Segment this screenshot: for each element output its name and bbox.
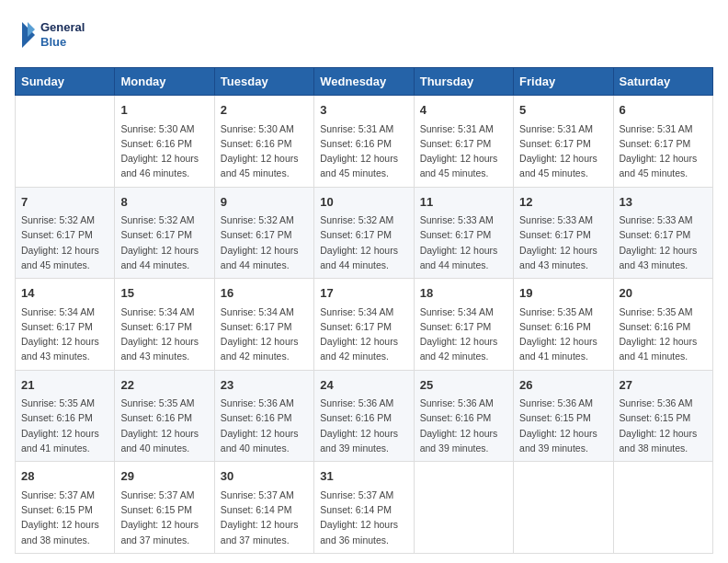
day-info: Sunrise: 5:35 AMSunset: 6:16 PMDaylight:… xyxy=(620,304,707,364)
day-number: 27 xyxy=(620,376,707,395)
calendar-cell: 13Sunrise: 5:33 AMSunset: 6:17 PMDayligh… xyxy=(613,187,712,279)
calendar-cell: 5Sunrise: 5:31 AMSunset: 6:17 PMDaylight… xyxy=(514,96,613,188)
calendar-cell: 22Sunrise: 5:35 AMSunset: 6:16 PMDayligh… xyxy=(115,370,214,462)
day-info: Sunrise: 5:33 AMSunset: 6:17 PMDaylight:… xyxy=(420,213,507,272)
day-info: Sunrise: 5:34 AMSunset: 6:17 PMDaylight:… xyxy=(320,304,407,364)
day-number: 18 xyxy=(420,284,507,303)
calendar-cell: 12Sunrise: 5:33 AMSunset: 6:17 PMDayligh… xyxy=(514,187,613,279)
day-number: 24 xyxy=(320,376,407,395)
calendar-cell: 23Sunrise: 5:36 AMSunset: 6:16 PMDayligh… xyxy=(214,370,313,462)
day-number: 13 xyxy=(620,193,707,212)
calendar-cell: 3Sunrise: 5:31 AMSunset: 6:16 PMDaylight… xyxy=(314,96,414,188)
calendar-cell: 30Sunrise: 5:37 AMSunset: 6:14 PMDayligh… xyxy=(214,462,313,554)
weekday-header-tuesday: Tuesday xyxy=(214,68,313,96)
day-number: 5 xyxy=(519,101,607,120)
weekday-header-monday: Monday xyxy=(115,68,214,96)
day-number: 25 xyxy=(420,376,507,395)
day-info: Sunrise: 5:30 AMSunset: 6:16 PMDaylight:… xyxy=(221,121,308,181)
logo-svg: General Blue xyxy=(15,15,97,56)
day-number: 9 xyxy=(221,193,308,212)
day-info: Sunrise: 5:36 AMSunset: 6:16 PMDaylight:… xyxy=(420,396,507,455)
day-number: 1 xyxy=(120,101,208,120)
calendar-cell: 27Sunrise: 5:36 AMSunset: 6:15 PMDayligh… xyxy=(613,370,712,462)
calendar-week-row: 28Sunrise: 5:37 AMSunset: 6:15 PMDayligh… xyxy=(16,462,713,554)
day-number: 17 xyxy=(320,284,407,303)
calendar-cell: 17Sunrise: 5:34 AMSunset: 6:17 PMDayligh… xyxy=(314,279,414,371)
day-number: 31 xyxy=(320,467,407,486)
weekday-header-thursday: Thursday xyxy=(414,68,513,96)
calendar-cell: 21Sunrise: 5:35 AMSunset: 6:16 PMDayligh… xyxy=(16,370,115,462)
calendar-cell: 14Sunrise: 5:34 AMSunset: 6:17 PMDayligh… xyxy=(16,279,115,371)
day-info: Sunrise: 5:34 AMSunset: 6:17 PMDaylight:… xyxy=(21,304,108,364)
calendar-table: SundayMondayTuesdayWednesdayThursdayFrid… xyxy=(15,67,713,554)
day-info: Sunrise: 5:37 AMSunset: 6:14 PMDaylight:… xyxy=(320,488,407,547)
day-info: Sunrise: 5:35 AMSunset: 6:16 PMDaylight:… xyxy=(519,304,607,364)
calendar-cell: 6Sunrise: 5:31 AMSunset: 6:17 PMDaylight… xyxy=(613,96,712,188)
calendar-cell: 28Sunrise: 5:37 AMSunset: 6:15 PMDayligh… xyxy=(16,462,115,554)
day-number: 21 xyxy=(21,376,108,395)
calendar-cell: 24Sunrise: 5:36 AMSunset: 6:16 PMDayligh… xyxy=(314,370,414,462)
calendar-cell: 7Sunrise: 5:32 AMSunset: 6:17 PMDaylight… xyxy=(16,187,115,279)
day-info: Sunrise: 5:31 AMSunset: 6:16 PMDaylight:… xyxy=(320,121,407,181)
day-number: 30 xyxy=(221,467,308,486)
calendar-cell: 2Sunrise: 5:30 AMSunset: 6:16 PMDaylight… xyxy=(214,96,313,188)
day-info: Sunrise: 5:36 AMSunset: 6:16 PMDaylight:… xyxy=(221,396,308,455)
day-number: 4 xyxy=(420,101,507,120)
day-info: Sunrise: 5:35 AMSunset: 6:16 PMDaylight:… xyxy=(21,396,108,455)
day-info: Sunrise: 5:33 AMSunset: 6:17 PMDaylight:… xyxy=(519,213,607,272)
calendar-cell: 11Sunrise: 5:33 AMSunset: 6:17 PMDayligh… xyxy=(414,187,513,279)
day-number: 6 xyxy=(620,101,707,120)
calendar-week-row: 21Sunrise: 5:35 AMSunset: 6:16 PMDayligh… xyxy=(16,370,713,462)
calendar-cell: 20Sunrise: 5:35 AMSunset: 6:16 PMDayligh… xyxy=(613,279,712,371)
day-info: Sunrise: 5:33 AMSunset: 6:17 PMDaylight:… xyxy=(620,213,707,272)
svg-text:General: General xyxy=(40,20,85,34)
day-number: 10 xyxy=(320,193,407,212)
calendar-cell: 10Sunrise: 5:32 AMSunset: 6:17 PMDayligh… xyxy=(314,187,414,279)
calendar-week-row: 7Sunrise: 5:32 AMSunset: 6:17 PMDaylight… xyxy=(16,187,713,279)
calendar-cell xyxy=(16,96,115,188)
page-header: General Blue xyxy=(15,15,713,56)
day-number: 22 xyxy=(120,376,208,395)
calendar-week-row: 14Sunrise: 5:34 AMSunset: 6:17 PMDayligh… xyxy=(16,279,713,371)
day-info: Sunrise: 5:34 AMSunset: 6:17 PMDaylight:… xyxy=(120,304,208,364)
day-number: 23 xyxy=(221,376,308,395)
calendar-cell: 9Sunrise: 5:32 AMSunset: 6:17 PMDaylight… xyxy=(214,187,313,279)
day-number: 20 xyxy=(620,284,707,303)
logo: General Blue xyxy=(15,15,97,56)
day-info: Sunrise: 5:34 AMSunset: 6:17 PMDaylight:… xyxy=(221,304,308,364)
day-number: 28 xyxy=(21,467,108,486)
day-info: Sunrise: 5:30 AMSunset: 6:16 PMDaylight:… xyxy=(120,121,208,181)
weekday-header-row: SundayMondayTuesdayWednesdayThursdayFrid… xyxy=(16,68,713,96)
day-info: Sunrise: 5:35 AMSunset: 6:16 PMDaylight:… xyxy=(120,396,208,455)
weekday-header-wednesday: Wednesday xyxy=(314,68,414,96)
day-number: 16 xyxy=(221,284,308,303)
day-info: Sunrise: 5:37 AMSunset: 6:15 PMDaylight:… xyxy=(21,488,108,547)
day-info: Sunrise: 5:31 AMSunset: 6:17 PMDaylight:… xyxy=(519,121,607,181)
day-info: Sunrise: 5:34 AMSunset: 6:17 PMDaylight:… xyxy=(420,304,507,364)
day-number: 14 xyxy=(21,284,108,303)
day-number: 15 xyxy=(120,284,208,303)
calendar-cell: 25Sunrise: 5:36 AMSunset: 6:16 PMDayligh… xyxy=(414,370,513,462)
calendar-cell: 26Sunrise: 5:36 AMSunset: 6:15 PMDayligh… xyxy=(514,370,613,462)
day-info: Sunrise: 5:37 AMSunset: 6:14 PMDaylight:… xyxy=(221,488,308,547)
calendar-cell: 8Sunrise: 5:32 AMSunset: 6:17 PMDaylight… xyxy=(115,187,214,279)
day-number: 19 xyxy=(519,284,607,303)
calendar-cell: 19Sunrise: 5:35 AMSunset: 6:16 PMDayligh… xyxy=(514,279,613,371)
calendar-week-row: 1Sunrise: 5:30 AMSunset: 6:16 PMDaylight… xyxy=(16,96,713,188)
day-info: Sunrise: 5:31 AMSunset: 6:17 PMDaylight:… xyxy=(620,121,707,181)
calendar-cell: 29Sunrise: 5:37 AMSunset: 6:15 PMDayligh… xyxy=(115,462,214,554)
day-info: Sunrise: 5:36 AMSunset: 6:15 PMDaylight:… xyxy=(519,396,607,455)
weekday-header-friday: Friday xyxy=(514,68,613,96)
day-info: Sunrise: 5:32 AMSunset: 6:17 PMDaylight:… xyxy=(320,213,407,272)
calendar-cell: 18Sunrise: 5:34 AMSunset: 6:17 PMDayligh… xyxy=(414,279,513,371)
day-info: Sunrise: 5:36 AMSunset: 6:16 PMDaylight:… xyxy=(320,396,407,455)
calendar-cell: 16Sunrise: 5:34 AMSunset: 6:17 PMDayligh… xyxy=(214,279,313,371)
day-info: Sunrise: 5:36 AMSunset: 6:15 PMDaylight:… xyxy=(620,396,707,455)
day-info: Sunrise: 5:32 AMSunset: 6:17 PMDaylight:… xyxy=(221,213,308,272)
day-number: 29 xyxy=(120,467,208,486)
day-number: 2 xyxy=(221,101,308,120)
calendar-cell: 4Sunrise: 5:31 AMSunset: 6:17 PMDaylight… xyxy=(414,96,513,188)
calendar-cell xyxy=(613,462,712,554)
weekday-header-sunday: Sunday xyxy=(16,68,115,96)
day-info: Sunrise: 5:37 AMSunset: 6:15 PMDaylight:… xyxy=(120,488,208,547)
